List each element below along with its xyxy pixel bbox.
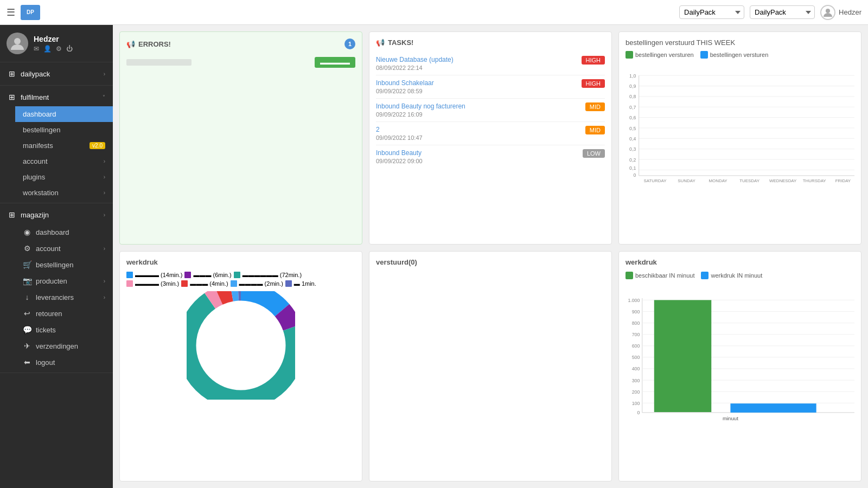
sidebar-item-mag-leveranciers[interactable]: ↓ leveranciers › (15, 289, 113, 305)
task-item: Inbound Schakelaar 09/09/2022 08:59 HIGH (376, 75, 605, 99)
werkdruk-bar-legend: beschikbaar IN minuut werkdruk IN minuut (626, 272, 854, 279)
error-item: ▬▬▬▬▬ (126, 55, 355, 70)
cart-icon: 🛒 (23, 260, 31, 269)
chevron-down-icon: ˅ (103, 94, 105, 100)
task-item: Inbound Beauty 09/09/2022 09:00 LOW (376, 145, 605, 168)
topbar-select2[interactable]: DailyPack (750, 5, 815, 19)
layout: Hedzer ✉ 👤 ⚙ ⏻ ⊞ dailypack › ⊞ fulfilmen… (0, 25, 868, 488)
werkdruk-legend: ▬▬▬▬ (14min.) ▬▬▬ (6min.) ▬▬▬▬▬▬ (72min.… (126, 272, 355, 287)
svg-point-1 (14, 38, 21, 44)
svg-text:900: 900 (632, 309, 640, 314)
svg-text:0: 0 (633, 172, 636, 178)
task-badge: MID (585, 126, 605, 134)
user-icon[interactable]: 👤 (43, 45, 52, 53)
chevron-right-icon-6: › (104, 246, 105, 252)
bestellingen-legend: bestellingen versturen bestellingen vers… (626, 51, 854, 59)
topbar-user: Hedzer (820, 5, 861, 20)
sidebar-item-mag-producten[interactable]: 📷 producten › (15, 273, 113, 289)
topbar: ☰ DP DailyPack DailyPack Hedzer (0, 0, 868, 25)
email-icon[interactable]: ✉ (34, 45, 39, 53)
sidebar-item-account[interactable]: account › (15, 153, 113, 169)
task-title[interactable]: 2 (376, 126, 423, 133)
werkdruk-title: werkdruk (126, 258, 158, 266)
logout-icon: ⬅ (23, 358, 31, 367)
green-dot-2 (626, 272, 633, 279)
ticket-icon: 💬 (23, 325, 31, 334)
werkdruk-bar-card: werkdruk beschikbaar IN minuut werkdruk … (618, 251, 861, 481)
sidebar-item-plugins[interactable]: plugins › (15, 169, 113, 185)
blue-color (126, 272, 133, 278)
error-text-blur (126, 59, 192, 66)
task-date: 09/09/2022 08:59 (376, 88, 434, 94)
power-icon[interactable]: ⏻ (66, 45, 73, 53)
task-item: Nieuwe Database (update) 08/09/2022 22:1… (376, 52, 605, 75)
legend-pink-item: ▬▬▬▬ (3min.) (126, 280, 179, 287)
svg-text:0,3: 0,3 (629, 146, 636, 152)
sidebar-item-mag-logout[interactable]: ⬅ logout (15, 354, 113, 370)
errors-card: 📢 ERRORS! 1 ▬▬▬▬▬ (119, 31, 362, 245)
logo: DP (21, 5, 40, 20)
menu-icon[interactable]: ☰ (7, 7, 15, 18)
sidebar-label-fulfilment: fulfilment (21, 93, 98, 101)
sidebar-item-mag-tickets[interactable]: 💬 tickets (15, 322, 113, 338)
sidebar-item-mag-account[interactable]: ⚙ account › (15, 240, 113, 256)
red-color (181, 280, 188, 287)
task-info: 2 09/09/2022 10:47 (376, 126, 423, 141)
legend-teal-item: ▬▬▬▬▬▬ (72min.) (234, 272, 302, 278)
verstuurd-card: verstuurd(0) (369, 251, 612, 481)
megaphone-icon-2: 📢 (376, 38, 385, 47)
svg-text:1.000: 1.000 (628, 298, 640, 303)
sidebar-item-mag-dashboard[interactable]: ◉ dashboard (15, 224, 113, 240)
sidebar-item-fulfilment[interactable]: ⊞ fulfilment ˅ (0, 88, 113, 106)
task-title[interactable]: Nieuwe Database (update) (376, 56, 454, 63)
topbar-select1[interactable]: DailyPack (679, 5, 744, 19)
camera-icon: 📷 (23, 277, 31, 285)
sidebar-item-bestellingen[interactable]: bestellingen (15, 122, 113, 138)
manifests-badge: v2.0 (90, 142, 105, 149)
sidebar-item-dailypack[interactable]: ⊞ dailypack › (0, 65, 113, 83)
chevron-right-icon-2: › (104, 158, 105, 164)
legend-purple-item: ▬▬▬ (6min.) (184, 272, 231, 278)
indigo-color (285, 280, 292, 287)
main-content: 📢 ERRORS! 1 ▬▬▬▬▬ 📢 TASKS! Nieuwe Databa… (113, 25, 868, 488)
svg-text:0,6: 0,6 (629, 115, 636, 120)
legend-lblue-item: ▬▬▬▬ (2min.) (231, 280, 283, 287)
sidebar-item-dashboard[interactable]: dashboard (15, 106, 113, 122)
sidebar-item-workstation[interactable]: workstation › (15, 185, 113, 201)
bestellingen-card: bestellingen verstuurd THIS WEEK bestell… (618, 31, 861, 245)
error-action-button[interactable]: ▬▬▬▬▬ (315, 57, 355, 68)
tasks-header: 📢 TASKS! (376, 38, 605, 47)
task-date: 09/09/2022 10:47 (376, 134, 423, 141)
svg-text:0,9: 0,9 (629, 84, 636, 89)
sidebar-item-mag-bestellingen[interactable]: 🛒 bestellingen (15, 256, 113, 273)
topbar-username: Hedzer (839, 8, 861, 16)
blue-dot-2 (701, 272, 709, 279)
sidebar-item-manifests[interactable]: manifests v2.0 (15, 138, 113, 153)
svg-text:300: 300 (632, 378, 640, 383)
task-title[interactable]: Inbound Beauty (376, 149, 423, 157)
verstuurd-title: verstuurd(0) (376, 258, 417, 266)
legend-green-2: beschikbaar IN minuut (626, 272, 694, 279)
werkdruk-card: werkdruk ▬▬▬▬ (14min.) ▬▬▬ (6min.) ▬▬▬▬▬… (119, 251, 362, 481)
task-title[interactable]: Inbound Beauty nog factureren (376, 102, 465, 110)
task-title[interactable]: Inbound Schakelaar (376, 79, 434, 87)
return-icon: ↩ (23, 309, 31, 318)
svg-text:0,1: 0,1 (629, 165, 636, 171)
gear-icon[interactable]: ⚙ (56, 45, 62, 53)
sidebar-user: Hedzer ✉ 👤 ⚙ ⏻ (0, 25, 113, 62)
svg-text:800: 800 (632, 320, 640, 326)
sidebar-item-magazijn[interactable]: ⊞ magazijn › (0, 206, 113, 224)
tasks-list: Nieuwe Database (update) 08/09/2022 22:1… (376, 52, 605, 168)
chevron-right-icon-4: › (104, 190, 105, 196)
supplier-icon: ↓ (23, 293, 31, 301)
blue-dot (700, 51, 708, 59)
werkdruk-header: werkdruk (126, 258, 355, 266)
chevron-right-icon-3: › (104, 174, 105, 180)
sidebar-sub-magazijn: ◉ dashboard ⚙ account › 🛒 bestellingen 📷… (0, 224, 113, 370)
chevron-right-icon-5: › (104, 212, 105, 218)
sidebar-item-mag-verzendingen[interactable]: ✈ verzendingen (15, 338, 113, 354)
svg-text:0,2: 0,2 (629, 157, 636, 163)
errors-header: 📢 ERRORS! 1 (126, 38, 355, 49)
sidebar-item-mag-retouren[interactable]: ↩ retouren (15, 305, 113, 322)
werkdruk-bar-title: werkdruk (626, 258, 657, 266)
